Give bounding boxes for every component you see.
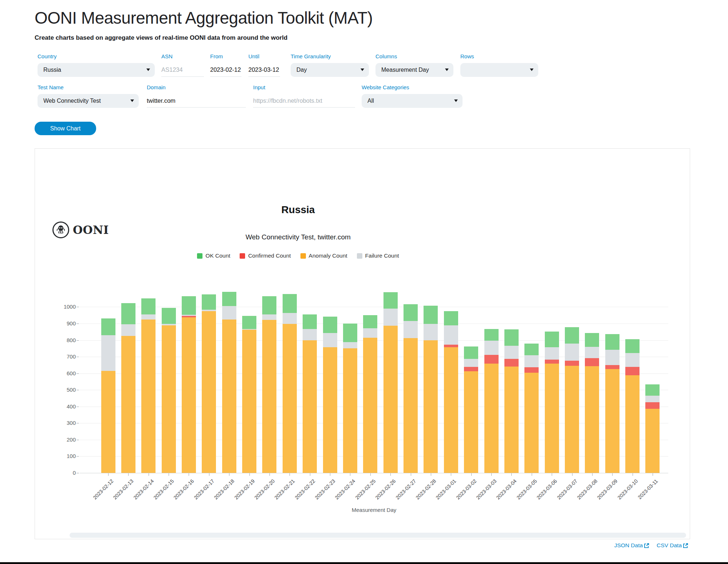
asn-input[interactable] bbox=[161, 63, 204, 77]
bar-segment-anomaly-count-2023-02-13[interactable] bbox=[121, 336, 135, 473]
bar-segment-confirmed-count-2023-02-16[interactable] bbox=[182, 316, 196, 317]
bar-segment-anomaly-count-2023-02-12[interactable] bbox=[101, 371, 115, 473]
bar-segment-ok-count-2023-02-18[interactable] bbox=[222, 292, 236, 306]
until-date-input[interactable] bbox=[248, 63, 280, 77]
bar-segment-failure-count-2023-02-23[interactable] bbox=[323, 333, 337, 347]
bar-segment-ok-count-2023-03-01[interactable] bbox=[444, 311, 458, 325]
show-chart-button[interactable]: Show Chart bbox=[35, 122, 96, 135]
rows-select[interactable] bbox=[460, 63, 538, 77]
bar-segment-failure-count-2023-02-13[interactable] bbox=[121, 324, 135, 336]
website-categories-select[interactable]: All bbox=[362, 94, 463, 108]
bar-segment-failure-count-2023-02-17[interactable] bbox=[202, 310, 216, 311]
bar-segment-ok-count-2023-03-08[interactable] bbox=[585, 333, 599, 347]
bar-segment-anomaly-count-2023-03-04[interactable] bbox=[504, 367, 519, 473]
bar-segment-ok-count-2023-03-03[interactable] bbox=[484, 329, 499, 341]
bar-segment-confirmed-count-2023-03-06[interactable] bbox=[545, 360, 559, 364]
bar-segment-anomaly-count-2023-02-15[interactable] bbox=[162, 325, 176, 473]
bar-segment-confirmed-count-2023-03-03[interactable] bbox=[484, 355, 499, 364]
bar-segment-anomaly-count-2023-03-03[interactable] bbox=[484, 364, 499, 473]
bar-segment-ok-count-2023-02-19[interactable] bbox=[242, 316, 256, 329]
bar-segment-failure-count-2023-03-02[interactable] bbox=[464, 359, 478, 367]
bar-segment-anomaly-count-2023-03-05[interactable] bbox=[524, 373, 539, 473]
bar-segment-anomaly-count-2023-02-27[interactable] bbox=[404, 338, 418, 473]
input-url-input[interactable] bbox=[253, 94, 355, 108]
bar-segment-ok-count-2023-03-05[interactable] bbox=[524, 344, 539, 356]
bar-segment-ok-count-2023-02-22[interactable] bbox=[303, 314, 317, 329]
bar-segment-ok-count-2023-03-04[interactable] bbox=[504, 329, 519, 346]
bar-segment-anomaly-count-2023-02-22[interactable] bbox=[303, 340, 317, 473]
bar-segment-anomaly-count-2023-03-10[interactable] bbox=[625, 375, 640, 473]
bar-segment-anomaly-count-2023-02-20[interactable] bbox=[262, 320, 276, 473]
bar-segment-anomaly-count-2023-03-01[interactable] bbox=[444, 347, 458, 473]
bar-segment-confirmed-count-2023-03-01[interactable] bbox=[444, 345, 458, 347]
bar-segment-ok-count-2023-02-12[interactable] bbox=[101, 318, 115, 335]
bar-segment-anomaly-count-2023-03-09[interactable] bbox=[605, 369, 619, 473]
bar-segment-confirmed-count-2023-03-11[interactable] bbox=[645, 402, 660, 408]
bar-segment-ok-count-2023-03-06[interactable] bbox=[545, 332, 559, 347]
bar-segment-failure-count-2023-03-04[interactable] bbox=[504, 346, 519, 359]
bar-segment-ok-count-2023-02-21[interactable] bbox=[283, 294, 297, 313]
bar-segment-anomaly-count-2023-02-26[interactable] bbox=[383, 326, 398, 473]
bar-segment-failure-count-2023-03-11[interactable] bbox=[645, 396, 660, 402]
json-data-link[interactable]: JSON Data bbox=[614, 542, 649, 549]
test-name-select[interactable]: Web Connectivity Test bbox=[38, 94, 139, 108]
bar-segment-failure-count-2023-03-05[interactable] bbox=[524, 355, 539, 367]
bar-segment-failure-count-2023-02-25[interactable] bbox=[363, 328, 377, 338]
bar-segment-failure-count-2023-03-08[interactable] bbox=[585, 347, 599, 358]
bar-segment-failure-count-2023-02-22[interactable] bbox=[303, 329, 317, 340]
bar-segment-anomaly-count-2023-02-17[interactable] bbox=[202, 311, 216, 473]
bar-segment-confirmed-count-2023-03-09[interactable] bbox=[605, 365, 619, 369]
bar-segment-failure-count-2023-02-14[interactable] bbox=[141, 314, 156, 320]
bar-segment-ok-count-2023-03-02[interactable] bbox=[464, 346, 478, 359]
bar-segment-anomaly-count-2023-02-25[interactable] bbox=[363, 338, 377, 473]
bar-segment-anomaly-count-2023-02-24[interactable] bbox=[343, 348, 357, 473]
bar-segment-anomaly-count-2023-02-16[interactable] bbox=[182, 317, 196, 473]
bar-segment-failure-count-2023-03-10[interactable] bbox=[625, 353, 640, 367]
time-granularity-select[interactable]: Day bbox=[291, 63, 369, 77]
bar-segment-anomaly-count-2023-02-21[interactable] bbox=[283, 324, 297, 473]
bar-segment-failure-count-2023-02-16[interactable] bbox=[182, 315, 196, 316]
bar-segment-confirmed-count-2023-03-04[interactable] bbox=[504, 359, 519, 367]
bar-segment-failure-count-2023-02-24[interactable] bbox=[343, 342, 357, 348]
bar-segment-anomaly-count-2023-03-08[interactable] bbox=[585, 366, 599, 473]
horizontal-scrollbar[interactable] bbox=[70, 533, 686, 538]
bar-segment-failure-count-2023-02-20[interactable] bbox=[262, 314, 276, 320]
bar-segment-failure-count-2023-02-27[interactable] bbox=[404, 321, 418, 338]
bar-segment-confirmed-count-2023-03-07[interactable] bbox=[565, 361, 579, 366]
bar-segment-failure-count-2023-03-03[interactable] bbox=[484, 341, 499, 355]
bar-segment-anomaly-count-2023-02-28[interactable] bbox=[424, 340, 438, 473]
bar-segment-failure-count-2023-02-19[interactable] bbox=[242, 329, 256, 330]
bar-segment-ok-count-2023-02-25[interactable] bbox=[363, 315, 377, 328]
bar-segment-failure-count-2023-03-06[interactable] bbox=[545, 347, 559, 360]
bar-segment-failure-count-2023-02-18[interactable] bbox=[222, 306, 236, 319]
bar-segment-anomaly-count-2023-03-11[interactable] bbox=[645, 409, 660, 473]
bar-segment-anomaly-count-2023-02-23[interactable] bbox=[323, 347, 337, 473]
bar-segment-anomaly-count-2023-03-06[interactable] bbox=[545, 364, 559, 473]
bar-segment-anomaly-count-2023-03-07[interactable] bbox=[565, 366, 579, 473]
bar-segment-ok-count-2023-02-24[interactable] bbox=[343, 324, 357, 342]
bar-segment-failure-count-2023-02-12[interactable] bbox=[101, 335, 115, 371]
bar-segment-confirmed-count-2023-03-02[interactable] bbox=[464, 367, 478, 371]
bar-segment-ok-count-2023-02-28[interactable] bbox=[424, 306, 438, 324]
bar-segment-anomaly-count-2023-03-02[interactable] bbox=[464, 371, 478, 473]
bar-segment-failure-count-2023-03-09[interactable] bbox=[605, 350, 619, 365]
bar-segment-ok-count-2023-03-07[interactable] bbox=[565, 327, 579, 344]
bar-segment-failure-count-2023-03-01[interactable] bbox=[444, 325, 458, 345]
bar-segment-failure-count-2023-02-28[interactable] bbox=[424, 324, 438, 340]
columns-select[interactable]: Measurement Day bbox=[375, 63, 453, 77]
bar-segment-ok-count-2023-02-23[interactable] bbox=[323, 317, 337, 333]
bar-segment-confirmed-count-2023-03-10[interactable] bbox=[625, 367, 640, 375]
bar-segment-failure-count-2023-02-15[interactable] bbox=[162, 324, 176, 325]
bar-segment-ok-count-2023-02-14[interactable] bbox=[141, 298, 156, 314]
bar-segment-ok-count-2023-02-20[interactable] bbox=[262, 296, 276, 314]
bar-segment-failure-count-2023-03-07[interactable] bbox=[565, 344, 579, 361]
bar-segment-ok-count-2023-03-11[interactable] bbox=[645, 384, 660, 396]
bar-segment-ok-count-2023-03-10[interactable] bbox=[625, 339, 640, 353]
bar-segment-ok-count-2023-02-27[interactable] bbox=[404, 304, 418, 321]
bar-segment-confirmed-count-2023-03-05[interactable] bbox=[524, 367, 539, 373]
bar-segment-ok-count-2023-02-17[interactable] bbox=[202, 294, 216, 310]
domain-input[interactable] bbox=[147, 94, 246, 108]
country-select[interactable]: Russia bbox=[38, 63, 155, 77]
bar-segment-failure-count-2023-02-26[interactable] bbox=[383, 309, 398, 326]
bar-segment-ok-count-2023-02-13[interactable] bbox=[121, 303, 135, 324]
